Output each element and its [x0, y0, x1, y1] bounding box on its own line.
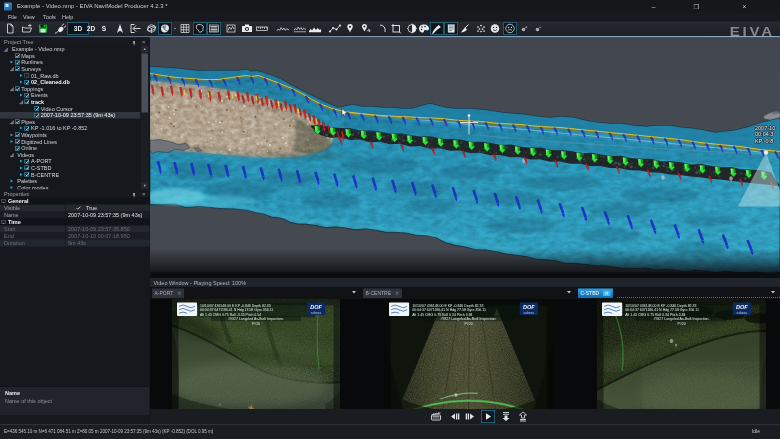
tree-checkbox[interactable]	[25, 172, 30, 177]
video-tab-a-port[interactable]: A-PORT✕	[152, 289, 184, 299]
tree-item-maps[interactable]: Maps	[0, 53, 141, 60]
expand-closed-icon[interactable]	[20, 74, 23, 77]
menu-view[interactable]: View	[23, 14, 35, 20]
tab-close-icon[interactable]: ✕	[603, 291, 610, 297]
expand-closed-icon[interactable]	[20, 127, 23, 130]
collapse-icon[interactable]: -	[2, 220, 6, 224]
scroll-down-icon[interactable]: ▼	[141, 183, 149, 190]
expand-closed-icon[interactable]	[20, 166, 23, 169]
tree-checkbox[interactable]	[25, 93, 30, 98]
tab-close-icon[interactable]: ✕	[395, 291, 399, 297]
tree-item-2007-10-09-23-57-35-9m-43s[interactable]: 2007-10-09 23:57:35 (9m 43s)	[0, 112, 141, 119]
new-document-icon[interactable]	[3, 23, 17, 35]
tree-checkbox[interactable]	[34, 106, 39, 111]
view-s-button[interactable]: S	[96, 23, 112, 35]
tree-item-a-port[interactable]: A-PORT	[0, 158, 141, 165]
expand-closed-icon[interactable]	[10, 133, 13, 136]
minimize-button[interactable]: –	[648, 4, 659, 12]
tree-item-toppings[interactable]: Toppings	[0, 86, 141, 93]
tree-checkbox[interactable]	[25, 73, 30, 78]
tree-item-runlines[interactable]: Runlines	[0, 59, 141, 66]
palette-icon[interactable]	[417, 23, 431, 35]
save-icon[interactable]	[36, 23, 50, 35]
tree-item-waypoints[interactable]: Waypoints	[0, 132, 141, 139]
tree-checkbox[interactable]	[15, 133, 20, 138]
property-row-start[interactable]: Start2007-10-09 23:57:35.850	[0, 226, 150, 233]
scrollbar-thumb[interactable]	[142, 54, 149, 113]
expand-open-icon[interactable]	[9, 67, 14, 72]
expand-closed-icon[interactable]	[10, 180, 13, 183]
tree-checkbox[interactable]	[25, 126, 30, 131]
video-tab-b-centre[interactable]: B-CENTRE✕	[363, 289, 402, 299]
video-screen-c-stbd[interactable]: DOF subsea 10/10/07 436148.00 E KP -0.84…	[597, 299, 766, 424]
menu-file[interactable]: File	[8, 14, 17, 20]
tree-item-digitized-lines[interactable]: Digitized Lines	[0, 138, 141, 145]
tree-checkbox[interactable]	[34, 113, 39, 118]
expand-open-icon[interactable]	[4, 47, 9, 52]
property-row-visible[interactable]: VisibleTrue	[0, 205, 150, 212]
tab-dropdown-icon[interactable]	[352, 291, 356, 294]
tree-checkbox[interactable]	[15, 86, 20, 91]
video-screen-b-centre[interactable]: DOF subsea 10/10/07 436148.00 E KP -0.84…	[384, 299, 553, 424]
tab-close-icon[interactable]: ✕	[177, 291, 181, 297]
tree-checkbox[interactable]	[15, 53, 20, 58]
tree-item-c-stbd[interactable]: C-STBD	[0, 165, 141, 172]
tree-item-pipes[interactable]: Pipes	[0, 119, 141, 126]
tree-item-example-video-nmp[interactable]: Example - Video.nmp	[0, 46, 141, 53]
tree-checkbox[interactable]	[15, 139, 20, 144]
tree-checkbox[interactable]	[25, 166, 30, 171]
lines-panel-icon[interactable]	[207, 23, 221, 35]
smiley-icon[interactable]	[488, 23, 502, 35]
smiley-dark-icon[interactable]	[503, 23, 517, 35]
video-control-clip-icon[interactable]	[429, 410, 443, 423]
expand-closed-icon[interactable]	[20, 160, 23, 163]
connect-icon[interactable]	[53, 23, 67, 35]
north-arrow-icon[interactable]	[113, 23, 127, 35]
profile-wave2-icon[interactable]	[293, 23, 307, 35]
crop-box-icon[interactable]	[389, 23, 403, 35]
ruler-icon[interactable]	[255, 23, 269, 35]
tree-checkbox[interactable]	[25, 100, 30, 105]
video-control-step-back[interactable]	[447, 410, 461, 423]
tree-item-b-centre[interactable]: B-CENTRE	[0, 171, 141, 178]
property-row-duration[interactable]: Duration9m 43s	[0, 240, 150, 247]
page-fill-icon[interactable]	[444, 23, 458, 35]
video-control-speed-down[interactable]	[499, 410, 513, 423]
viewport-3d[interactable]: 2007-1000:04:3KP -0.8	[150, 38, 780, 278]
tree-item-track[interactable]: track	[0, 99, 141, 106]
expand-open-icon[interactable]	[9, 120, 14, 125]
video-control-play[interactable]	[481, 410, 495, 423]
digitize-icon[interactable]	[430, 23, 444, 35]
expand-closed-icon[interactable]	[20, 94, 23, 97]
close-panel-icon[interactable]: ×	[142, 38, 146, 45]
circle-minus-icon[interactable]	[533, 23, 543, 35]
menu-tools[interactable]: Tools	[43, 14, 56, 20]
property-section-general[interactable]: -General	[0, 198, 150, 205]
menu-help[interactable]: Help	[62, 14, 73, 20]
arc-icon[interactable]	[376, 23, 390, 35]
pin-icon[interactable]	[343, 23, 357, 35]
tree-checkbox[interactable]	[15, 119, 20, 124]
tree-item-surveys[interactable]: Surveys	[0, 66, 141, 73]
video-window-header[interactable]: Video Window - Playing Speed: 100%	[150, 277, 780, 288]
scatter-dots-icon[interactable]	[474, 23, 488, 35]
expand-closed-icon[interactable]	[10, 140, 13, 143]
expand-open-icon[interactable]	[19, 100, 24, 105]
tree-checkbox[interactable]	[25, 159, 30, 164]
tree-item-02-cleaned-db[interactable]: 02_Cleaned.db	[0, 79, 141, 86]
fit-view-icon[interactable]	[129, 23, 143, 35]
cube-3d-icon[interactable]	[144, 23, 158, 35]
restore-button[interactable]: ❐	[691, 4, 702, 12]
property-row-end[interactable]: End2007-10-10 00:07:18.950	[0, 233, 150, 240]
expand-closed-icon[interactable]	[20, 81, 23, 84]
video-screen-a-port[interactable]: DOF subsea 10/10/07 436148.00 E KP -0.84…	[172, 299, 340, 424]
expand-closed-icon[interactable]	[10, 61, 13, 64]
tab-dropdown-icon[interactable]	[771, 291, 775, 294]
property-row-name[interactable]: Name2007-10-09 23:57:35 (9m 43s)	[0, 212, 150, 219]
tree-item-online[interactable]: Online	[0, 145, 141, 152]
pin-arrow-icon[interactable]	[359, 23, 373, 35]
chart-window-icon[interactable]	[224, 23, 238, 35]
collapse-icon[interactable]: -	[2, 199, 6, 203]
tree-scrollbar[interactable]: ▲ ▼	[141, 46, 149, 190]
tree-item-events[interactable]: Events	[0, 92, 141, 99]
